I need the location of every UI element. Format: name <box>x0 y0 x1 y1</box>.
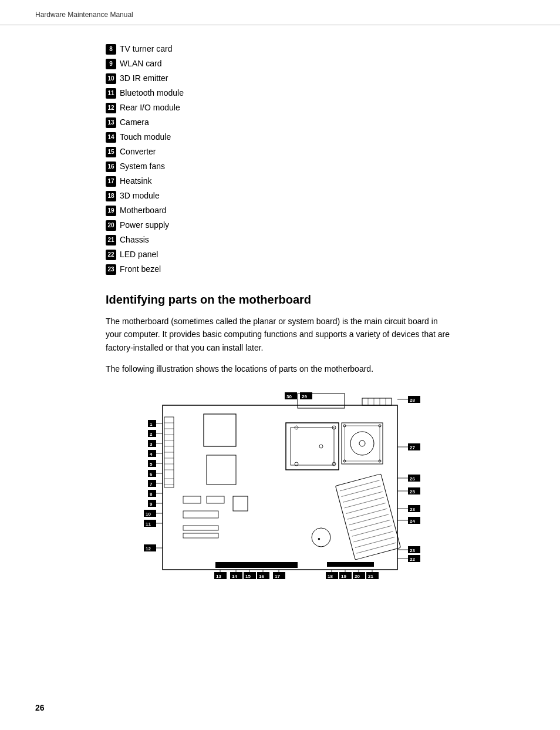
item-badge: 10 <box>106 73 116 84</box>
item-badge: 23 <box>106 264 116 275</box>
diagram-svg: 1 2 3 4 5 6 <box>116 388 444 587</box>
item-label: Power supply <box>120 219 169 231</box>
motherboard-diagram: 1 2 3 4 5 6 <box>106 388 454 587</box>
list-item: 23Front bezel <box>106 263 454 275</box>
item-label: Bluetooth module <box>120 87 184 99</box>
item-badge: 15 <box>106 147 116 157</box>
svg-text:12: 12 <box>146 546 151 551</box>
item-label: Rear I/O module <box>120 102 180 114</box>
svg-rect-138 <box>183 511 218 518</box>
svg-text:21: 21 <box>368 574 373 579</box>
section-para1: The motherboard (sometimes called the pl… <box>106 315 454 354</box>
svg-point-145 <box>359 440 365 446</box>
svg-text:1: 1 <box>150 422 153 427</box>
svg-text:29: 29 <box>302 394 307 399</box>
svg-rect-141 <box>233 496 248 511</box>
list-item: 14Touch module <box>106 131 454 143</box>
svg-text:22: 22 <box>410 557 415 562</box>
svg-text:14: 14 <box>232 574 237 579</box>
svg-text:20: 20 <box>355 574 360 579</box>
list-item: 103D IR emitter <box>106 72 454 85</box>
svg-text:19: 19 <box>341 574 346 579</box>
svg-text:5: 5 <box>150 462 153 467</box>
item-badge: 9 <box>106 59 116 69</box>
svg-text:●: ● <box>318 536 321 541</box>
svg-rect-137 <box>207 496 224 503</box>
svg-text:8: 8 <box>150 492 153 497</box>
svg-line-128 <box>352 526 392 536</box>
svg-text:25: 25 <box>410 489 415 494</box>
svg-point-144 <box>350 432 374 455</box>
item-label: Converter <box>120 146 156 158</box>
svg-rect-136 <box>183 496 201 503</box>
section-para2: The following illustration shows the loc… <box>106 362 454 375</box>
svg-text:2: 2 <box>150 432 153 437</box>
section-heading: Identifying parts on the motherboard <box>106 293 454 307</box>
svg-text:16: 16 <box>259 574 264 579</box>
page-number: 26 <box>35 703 45 712</box>
list-item: 20Power supply <box>106 219 454 231</box>
svg-text:23: 23 <box>410 548 415 553</box>
page: Hardware Maintenance Manual 8TV turner c… <box>0 0 560 730</box>
list-item: 16System fans <box>106 160 454 173</box>
svg-text:9: 9 <box>150 502 153 507</box>
list-item: 22LED panel <box>106 248 454 261</box>
svg-text:18: 18 <box>328 574 333 579</box>
list-item: 21Chassis <box>106 234 454 246</box>
item-label: 3D IR emitter <box>120 72 168 85</box>
svg-rect-140 <box>183 533 218 538</box>
svg-text:23: 23 <box>410 507 415 512</box>
list-item: 15Converter <box>106 146 454 158</box>
list-item: 183D module <box>106 190 454 202</box>
item-badge: 13 <box>106 117 116 128</box>
page-header: Hardware Maintenance Manual <box>0 0 560 25</box>
header-title: Hardware Maintenance Manual <box>35 11 133 19</box>
svg-rect-119 <box>336 473 401 559</box>
item-label: WLAN card <box>120 58 162 70</box>
item-badge: 16 <box>106 162 116 172</box>
list-item: 17Heatsink <box>106 175 454 187</box>
svg-line-129 <box>353 531 393 541</box>
svg-text:3: 3 <box>150 442 153 447</box>
svg-rect-134 <box>215 562 298 568</box>
svg-rect-139 <box>183 526 218 530</box>
item-label: Front bezel <box>120 263 161 275</box>
item-badge: 18 <box>106 191 116 201</box>
svg-text:26: 26 <box>410 476 415 482</box>
svg-text:7: 7 <box>150 482 153 487</box>
list-item: 11Bluetooth module <box>106 87 454 99</box>
svg-rect-57 <box>286 423 339 470</box>
svg-text:10: 10 <box>146 512 151 517</box>
svg-rect-0 <box>163 405 397 570</box>
svg-line-120 <box>340 480 380 490</box>
svg-line-130 <box>355 537 395 547</box>
svg-line-124 <box>346 503 386 513</box>
svg-line-121 <box>342 486 382 496</box>
svg-text:11: 11 <box>146 522 151 527</box>
list-item: 8TV turner card <box>106 43 454 55</box>
svg-rect-58 <box>291 428 334 465</box>
list-item: 19Motherboard <box>106 204 454 217</box>
item-label: LED panel <box>120 248 158 261</box>
svg-text:17: 17 <box>275 574 280 579</box>
item-label: Motherboard <box>120 204 166 217</box>
svg-rect-142 <box>342 423 383 464</box>
svg-line-131 <box>356 543 396 553</box>
item-label: Heatsink <box>120 175 151 187</box>
item-label: 3D module <box>120 190 160 202</box>
item-label: TV turner card <box>120 43 172 55</box>
main-content: 8TV turner card9WLAN card103D IR emitter… <box>0 25 560 611</box>
list-item: 9WLAN card <box>106 58 454 70</box>
item-label: Chassis <box>120 234 149 246</box>
svg-rect-135 <box>327 562 374 567</box>
svg-text:13: 13 <box>216 574 221 579</box>
item-badge: 22 <box>106 250 116 260</box>
list-item: 13Camera <box>106 116 454 129</box>
svg-text:28: 28 <box>410 398 415 403</box>
item-label: Camera <box>120 116 149 129</box>
item-badge: 21 <box>106 235 116 245</box>
svg-text:27: 27 <box>410 445 415 450</box>
item-badge: 17 <box>106 176 116 187</box>
item-badge: 14 <box>106 132 116 143</box>
svg-line-125 <box>348 509 387 519</box>
